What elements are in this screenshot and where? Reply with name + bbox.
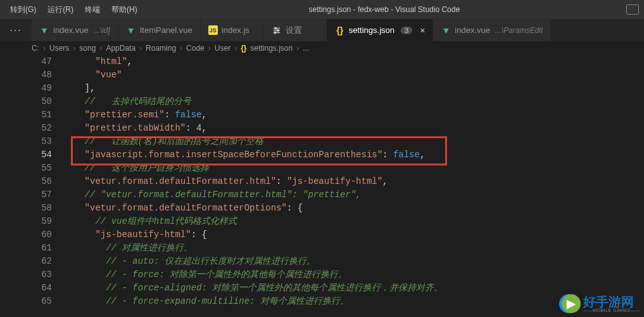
line-number: 58	[0, 202, 52, 215]
code-line[interactable]: // - force-aligned: 对除第一个属性外的其他每个属性进行换行，…	[63, 281, 644, 295]
json-icon: {}	[241, 44, 246, 53]
menubar: 转到(G) 运行(R) 终端 帮助(H)	[5, 2, 142, 18]
tab-index-js[interactable]: JSindex.js	[201, 19, 264, 41]
tab-badge: 3	[401, 27, 412, 34]
line-number: 52	[0, 122, 52, 135]
code-line[interactable]: "vue"	[63, 68, 644, 82]
settings-sliders-icon	[272, 25, 282, 36]
line-number: 54	[0, 148, 52, 162]
code-line[interactable]: // 让函数(名)和后面的括号之间加个空格	[63, 135, 644, 148]
chevron-right-icon: ›	[208, 44, 211, 53]
menu-run[interactable]: 运行(R)	[42, 2, 79, 18]
line-number: 59	[0, 215, 52, 228]
svg-point-3	[275, 27, 277, 29]
titlebar: 转到(G) 运行(R) 终端 帮助(H) settings.json - fed…	[0, 0, 644, 19]
watermark-text-en: ——MOBILE GAMES——	[583, 308, 640, 313]
chevron-right-icon: ›	[180, 44, 182, 53]
code-line[interactable]: // - force-expand-multiline: 对每个属性进行换行。	[63, 295, 644, 308]
tab-label: 设置	[286, 25, 302, 36]
tab-label: index.vue	[53, 25, 89, 35]
chevron-right-icon: ›	[99, 44, 102, 53]
breadcrumb-segment[interactable]: Roaming	[146, 44, 176, 53]
line-number: 62	[0, 255, 52, 268]
chevron-right-icon: ›	[234, 44, 237, 53]
breadcrumb-segment[interactable]: song	[79, 44, 96, 53]
code-line[interactable]: // - force: 对除第一个属性外的其他每个属性进行换行。	[63, 268, 644, 281]
code-line[interactable]: // - auto: 仅在超出行长度时才对属性进行换行。	[63, 255, 644, 268]
watermark-play-icon: ▶	[562, 294, 581, 313]
code-line[interactable]: // "vetur.format.defaultFormatter.html":…	[63, 188, 644, 202]
tab-path-dim: ...\ParamsEdit	[495, 26, 543, 35]
editor[interactable]: 47484950515253545556575859606162636465 "…	[0, 55, 644, 317]
line-number: 49	[0, 82, 52, 95]
line-number: 64	[0, 281, 52, 295]
tab-label: index.js	[222, 25, 249, 35]
vue-icon: ▼	[126, 25, 136, 36]
breadcrumb-segment[interactable]: User	[215, 44, 230, 53]
code-line[interactable]: "prettier.semi": false,	[63, 108, 644, 122]
menu-help[interactable]: 帮助(H)	[106, 2, 142, 18]
code-line[interactable]: "javascript.format.insertSpaceBeforeFunc…	[63, 148, 644, 162]
breadcrumb[interactable]: C:›Users›song›AppData›Roaming›Code›User›…	[0, 41, 644, 55]
close-icon[interactable]: ×	[420, 25, 425, 36]
code-line[interactable]: "vetur.format.defaultFormatter.html": "j…	[63, 175, 644, 188]
tab--[interactable]: 设置	[264, 19, 327, 41]
code-area[interactable]: "html", "vue" ], // 去掉代码结尾的分号 "prettier.…	[63, 55, 644, 317]
tab-itempanel-vue[interactable]: ▼ItemPanel.vue	[118, 19, 201, 41]
svg-point-4	[277, 29, 279, 31]
layout-toggle-icon[interactable]	[626, 4, 639, 15]
line-number: 47	[0, 55, 52, 68]
window-title: settings.json - fedx-web - Visual Studio…	[142, 5, 626, 14]
code-line[interactable]: // vue组件中html代码格式化样式	[63, 215, 644, 228]
watermark-text-cn: 好手游网	[583, 295, 640, 308]
menu-goto[interactable]: 转到(G)	[5, 2, 41, 18]
line-number: 63	[0, 268, 52, 281]
tab-index-vue[interactable]: ▼index.vue...\id]	[32, 19, 118, 41]
line-number: 55	[0, 162, 52, 175]
code-line[interactable]: // 去掉代码结尾的分号	[63, 95, 644, 108]
line-number: 51	[0, 108, 52, 122]
tab-overflow-icon[interactable]: ···	[0, 19, 32, 41]
line-number: 57	[0, 188, 52, 202]
watermark: ▶ 好手游网 ——MOBILE GAMES——	[562, 294, 640, 313]
json-icon: {}	[335, 25, 345, 36]
code-line[interactable]: // 这个按用户自身习惯选择	[63, 162, 644, 175]
line-number: 56	[0, 175, 52, 188]
code-line[interactable]: ],	[63, 82, 644, 95]
line-number-gutter: 47484950515253545556575859606162636465	[0, 55, 63, 317]
line-number: 61	[0, 242, 52, 255]
breadcrumb-segment[interactable]: AppData	[106, 44, 136, 53]
breadcrumb-segment[interactable]: Code	[186, 44, 205, 53]
breadcrumb-segment[interactable]: settings.json	[250, 44, 293, 53]
code-line[interactable]: "vetur.format.defaultFormatterOptions": …	[63, 202, 644, 215]
line-number: 48	[0, 68, 52, 82]
chevron-right-icon: ›	[139, 44, 142, 53]
code-line[interactable]: "html",	[63, 55, 644, 68]
svg-point-5	[274, 32, 276, 34]
code-line[interactable]: // 对属性进行换行。	[63, 242, 644, 255]
tab-index-vue[interactable]: ▼index.vue...\ParamsEdit	[433, 19, 551, 41]
tab-label: index.vue	[455, 25, 490, 35]
chevron-right-icon: ›	[296, 44, 299, 53]
code-line[interactable]: "js-beautify-html": {	[63, 228, 644, 242]
tab-label: ItemPanel.vue	[140, 25, 193, 35]
breadcrumb-segment[interactable]: Users	[49, 44, 69, 53]
js-icon: JS	[208, 25, 218, 35]
menu-terminal[interactable]: 终端	[80, 2, 105, 18]
tab-label: settings.json	[349, 25, 395, 35]
line-number: 60	[0, 228, 52, 242]
line-number: 50	[0, 95, 52, 108]
code-line[interactable]: "prettier.tabWidth": 4,	[63, 122, 644, 135]
vue-icon: ▼	[39, 25, 49, 36]
tab-path-dim: ...\id]	[94, 26, 110, 35]
chevron-right-icon: ›	[73, 44, 75, 53]
chevron-right-icon: ›	[43, 44, 46, 53]
line-number: 65	[0, 295, 52, 308]
tabbar: ··· ▼index.vue...\id]▼ItemPanel.vueJSind…	[0, 19, 644, 41]
breadcrumb-segment[interactable]: ...	[303, 44, 309, 53]
tab-settings-json[interactable]: {}settings.json3×	[327, 19, 434, 41]
breadcrumb-segment[interactable]: C:	[32, 44, 39, 53]
vue-icon: ▼	[441, 25, 451, 36]
line-number: 53	[0, 135, 52, 148]
